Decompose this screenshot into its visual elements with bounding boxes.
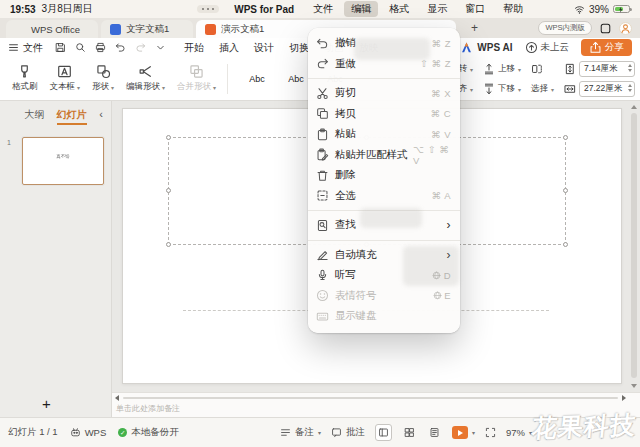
vertical-scrollbar[interactable] — [631, 113, 637, 378]
window-icon[interactable] — [599, 22, 612, 35]
menubar-menu-item[interactable]: 帮助 — [496, 1, 530, 17]
globe-key-icon — [432, 270, 442, 280]
edit-menu-item[interactable]: 全选 ⌘ A › — [308, 186, 460, 207]
add-slide-button[interactable]: + — [42, 395, 51, 412]
horizontal-scroll-thumb[interactable] — [123, 397, 618, 400]
document-tab-icon — [205, 24, 216, 35]
menubar-menu-item[interactable]: 文件 — [306, 1, 340, 17]
selection-handle[interactable] — [166, 135, 171, 140]
share-button[interactable]: 分享 — [581, 39, 632, 56]
notes-view-button[interactable] — [427, 425, 442, 440]
edit-menu-item[interactable]: 自动填充 › — [308, 245, 460, 266]
normal-view-button[interactable] — [375, 424, 392, 441]
play-slideshow-button[interactable]: ▾ — [452, 426, 475, 439]
edit-menu-item[interactable]: 删除 › — [308, 165, 460, 186]
edit-menu-item[interactable]: 重做 ⇧ ⌘ Z › — [308, 54, 460, 75]
width-stepper[interactable] — [628, 84, 632, 92]
document-tab[interactable]: WPS Office — [6, 20, 98, 38]
account-avatar[interactable] — [619, 22, 632, 35]
select-button[interactable]: 选择▾ — [531, 83, 554, 95]
menubar-menu-item[interactable]: 格式 — [382, 1, 416, 17]
edit-menu-item[interactable]: 表情符号 E › — [308, 286, 460, 307]
scroll-down-arrow[interactable] — [631, 384, 637, 388]
comments-button[interactable]: 批注 — [331, 426, 365, 439]
slide-thumbnail[interactable]: 真不错 — [22, 137, 104, 185]
ribbon-group-button[interactable]: 编辑形状▾ — [120, 64, 171, 93]
tab-outline[interactable]: 大纲 — [25, 108, 45, 125]
edit-menu-item[interactable]: 拷贝 ⌘ C › — [308, 104, 460, 125]
menubar-menu-item[interactable]: 编辑 — [344, 1, 378, 17]
check-icon: ✓ — [118, 428, 127, 437]
ribbon-tab[interactable]: 插入 — [213, 40, 245, 56]
print-button[interactable] — [95, 42, 106, 53]
align-button[interactable]: 齐▾ — [458, 83, 473, 95]
ribbon-tab[interactable]: 设计 — [248, 40, 280, 56]
selection-handle[interactable] — [563, 188, 568, 193]
menu-item-icon — [316, 269, 329, 282]
scroll-left-arrow[interactable] — [115, 395, 119, 401]
menu-item-icon — [316, 148, 329, 161]
height-stepper[interactable] — [628, 64, 632, 72]
person-icon — [619, 22, 632, 35]
edit-menu-item[interactable]: 粘贴并匹配样式 ⌥ ⇧ ⌘ V › — [308, 145, 460, 166]
menu-item-label: 自动填充 — [335, 248, 376, 262]
flip-button[interactable] — [531, 63, 554, 75]
multitask-dots-icon[interactable] — [197, 5, 220, 14]
scroll-up-arrow[interactable] — [631, 105, 637, 109]
style-preset-button[interactable]: Abc — [281, 69, 311, 89]
selection-handle[interactable] — [166, 188, 171, 193]
edit-menu-item[interactable]: 粘贴 ⌘ V › — [308, 124, 460, 145]
chevron-down-icon[interactable] — [155, 42, 166, 53]
fit-screen-button[interactable] — [485, 427, 496, 438]
notes-placeholder[interactable]: 单击此处添加备注 — [116, 403, 180, 414]
new-document-button[interactable]: + — [467, 21, 482, 35]
ribbon-group-button[interactable]: 文本框▾ — [44, 64, 87, 93]
ribbon-group-button[interactable]: 形状▾ — [86, 64, 120, 93]
app-name: WPS for Pad — [234, 4, 294, 15]
selection-handle[interactable] — [563, 242, 568, 247]
clock: 19:53 — [10, 4, 36, 15]
style-preset-button[interactable]: Abc — [242, 69, 272, 89]
width-icon — [564, 83, 576, 95]
menu-item-label: 删除 — [335, 168, 356, 182]
rotate-button[interactable]: 转▾ — [458, 63, 473, 75]
zoom-control[interactable]: 97% ▾ — [506, 427, 532, 438]
scroll-right-arrow[interactable] — [622, 395, 626, 401]
save-button[interactable] — [55, 42, 66, 53]
menu-divider — [308, 78, 460, 79]
selection-handle[interactable] — [563, 135, 568, 140]
width-input[interactable]: 27.22厘米 — [579, 81, 635, 97]
edit-menu-item[interactable]: 听写 D › — [308, 265, 460, 286]
undo-button[interactable] — [115, 42, 126, 53]
redo-button[interactable] — [135, 42, 146, 53]
wps-ai-button[interactable]: WPS AI — [460, 41, 512, 54]
slide-sorter-view-button[interactable] — [402, 425, 417, 440]
selection-handle[interactable] — [166, 242, 171, 247]
menubar-menu-item[interactable]: 显示 — [420, 1, 454, 17]
cloud-status-button[interactable]: 未上云 — [525, 41, 570, 54]
ribbon-group-button[interactable]: 格式刷▾ — [6, 64, 44, 93]
slide-number: 1 — [7, 139, 11, 146]
tab-slides[interactable]: 幻灯片 — [57, 108, 87, 125]
battery-percent: 39% — [589, 4, 609, 15]
edit-menu-item[interactable]: 撤销 ⌘ Z › — [308, 33, 460, 54]
cloud-upload-icon — [525, 41, 538, 54]
edit-menu-item[interactable]: 查找 › — [308, 215, 460, 236]
document-tab[interactable]: 文字文稿1 — [101, 20, 193, 38]
collapse-sidebar-button[interactable]: ‹ — [99, 108, 103, 120]
horizontal-scrollbar[interactable] — [115, 395, 626, 401]
file-menu-button[interactable]: 文件 — [8, 41, 43, 55]
search-button[interactable] — [75, 42, 86, 53]
ribbon-group-button[interactable]: 合并形状▾ — [171, 64, 222, 93]
wps-assistant-button[interactable]: WPS — [70, 427, 107, 438]
menubar-menu-item[interactable]: 窗口 — [458, 1, 492, 17]
height-input[interactable]: 7.14厘米 — [579, 61, 635, 77]
local-backup-status[interactable]: ✓ 本地备份开 — [118, 426, 179, 439]
ribbon-tab[interactable]: 开始 — [178, 40, 210, 56]
notes-toggle-button[interactable]: 备注▾ — [280, 426, 321, 439]
edit-menu-item[interactable]: 显示键盘 › — [308, 306, 460, 327]
bring-forward-button[interactable]: 上移▾ — [483, 63, 521, 75]
send-backward-button[interactable]: 下移▾ — [483, 83, 521, 95]
flip-icon — [531, 63, 543, 75]
edit-menu-item[interactable]: 剪切 ⌘ X › — [308, 83, 460, 104]
